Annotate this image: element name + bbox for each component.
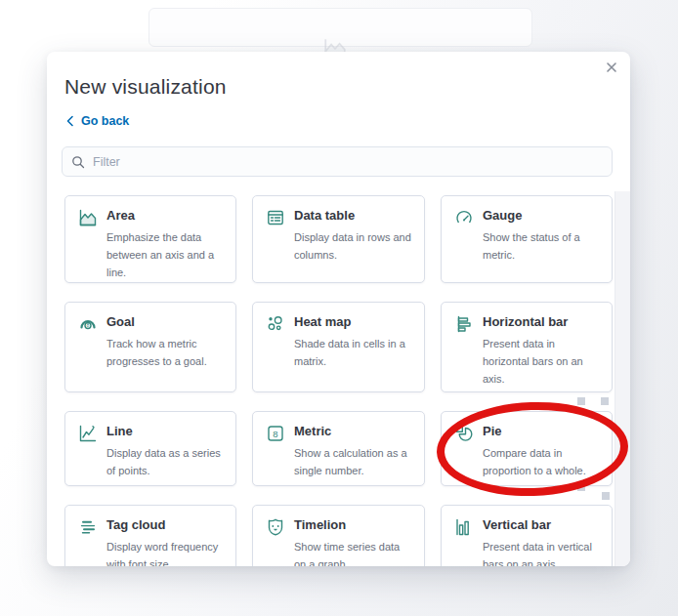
vis-type-card-data-table[interactable]: Data table Display data in rows and colu…: [252, 195, 425, 283]
card-description: Display data in rows and columns.: [294, 228, 416, 264]
selection-handle: [602, 492, 610, 500]
card-title: Tag cloud: [106, 517, 228, 532]
selection-handle: [601, 397, 609, 405]
vis-type-card-metric[interactable]: 8 Metric Show a calculation as a single …: [252, 411, 425, 486]
card-title: Metric: [294, 424, 416, 438]
card-description: Shade data in cells in a matrix.: [294, 335, 416, 370]
timelion-icon: [266, 517, 285, 537]
search-icon: [71, 155, 85, 169]
vis-type-card-heat-map[interactable]: Heat map Shade data in cells in a matrix…: [252, 302, 425, 392]
close-button[interactable]: [603, 59, 620, 76]
card-description: Track how a metric progresses to a goal.: [106, 335, 228, 370]
filter-input[interactable]: [93, 155, 603, 169]
svg-text:8: 8: [273, 429, 277, 439]
card-title: Vertical bar: [483, 517, 604, 532]
card-title: Gauge: [483, 208, 604, 223]
card-title: Line: [106, 424, 228, 438]
vis-type-card-gauge[interactable]: Gauge Show the status of a metric.: [441, 195, 613, 283]
card-description: Show time series data on a graph.: [294, 538, 416, 566]
selection-handle: [577, 397, 585, 405]
tag-cloud-icon: [78, 517, 98, 537]
card-title: Heat map: [294, 314, 416, 329]
modal-title: New visualization: [64, 75, 227, 99]
vis-type-card-line[interactable]: Line Display data as a series of points.: [64, 411, 236, 486]
card-description: Emphasize the data between an axis and a…: [106, 228, 228, 281]
card-description: Display word frequency with font size.: [106, 538, 228, 566]
line-chart-icon: [78, 424, 98, 443]
card-description: Present data in vertical bars on an axis…: [483, 538, 604, 566]
card-title: Horizontal bar: [483, 314, 604, 329]
gauge-icon: [454, 208, 474, 227]
chevron-left-icon: [66, 115, 74, 127]
vertical-bar-icon: [454, 517, 474, 537]
card-description: Display data as a series of points.: [106, 444, 228, 479]
svg-text:8: 8: [87, 322, 90, 328]
vis-type-card-vertical-bar[interactable]: Vertical bar Present data in vertical ba…: [441, 505, 613, 566]
card-title: Timelion: [294, 517, 416, 532]
go-back-label: Go back: [81, 114, 129, 128]
card-title: Data table: [294, 208, 416, 223]
horizontal-bar-icon: [454, 314, 474, 334]
goal-icon: 8: [78, 314, 98, 334]
heat-map-icon: [266, 314, 285, 334]
vis-type-card-tag-cloud[interactable]: Tag cloud Display word frequency with fo…: [64, 505, 236, 566]
filter-field: [62, 146, 613, 177]
vis-type-card-horizontal-bar[interactable]: Horizontal bar Present data in horizonta…: [441, 302, 613, 392]
vis-type-card-goal[interactable]: 8 Goal Track how a metric progresses to …: [64, 302, 236, 392]
go-back-link[interactable]: Go back: [66, 114, 129, 128]
card-description: Present data in horizontal bars on an ax…: [483, 335, 604, 388]
card-description: Show a calculation as a single number.: [294, 444, 416, 479]
card-title: Goal: [106, 314, 228, 329]
card-description: Show the status of a metric.: [483, 228, 604, 264]
metric-icon: 8: [266, 424, 285, 443]
data-table-icon: [266, 208, 285, 227]
visualization-type-grid: Area Emphasize the data between an axis …: [64, 195, 613, 566]
vis-type-card-area[interactable]: Area Emphasize the data between an axis …: [64, 195, 236, 283]
area-chart-icon: [78, 208, 98, 227]
scrollbar-track[interactable]: [614, 191, 630, 566]
vis-type-card-timelion[interactable]: Timelion Show time series data on a grap…: [252, 505, 425, 566]
close-icon: [606, 62, 617, 73]
card-title: Area: [106, 208, 228, 223]
